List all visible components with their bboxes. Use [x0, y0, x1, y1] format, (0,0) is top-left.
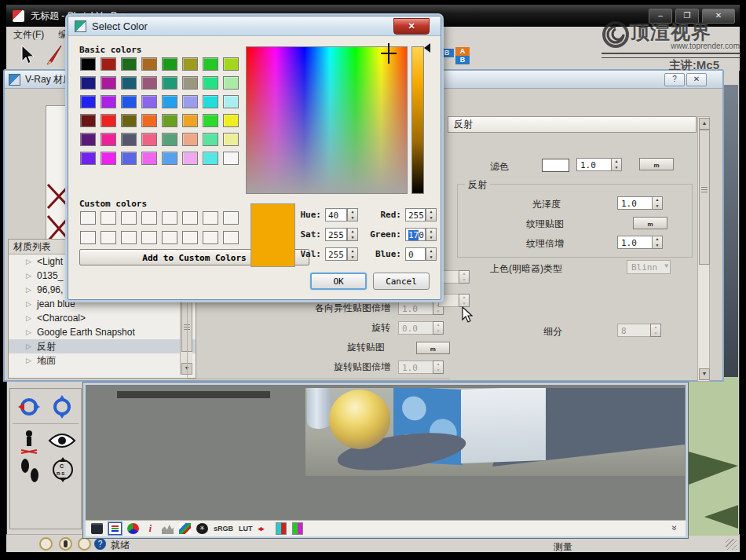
basic-color-swatch[interactable] [182, 114, 198, 127]
basic-color-swatch[interactable] [101, 152, 116, 165]
scroll-down-icon[interactable]: ▼ [699, 368, 710, 380]
custom-color-swatch[interactable] [223, 211, 239, 225]
custom-color-swatch[interactable] [121, 211, 137, 225]
histogram-icon[interactable] [162, 523, 174, 534]
rotate-crs-icon[interactable]: C R·S [49, 456, 76, 483]
position-camera-icon[interactable] [18, 428, 40, 455]
channel-pair-icon[interactable] [292, 522, 303, 535]
basic-color-swatch[interactable] [162, 114, 177, 127]
basic-color-swatch[interactable] [182, 57, 198, 71]
rgb-channels-icon[interactable] [108, 522, 122, 535]
basic-color-swatch[interactable] [141, 114, 157, 127]
person-credit-icon[interactable] [59, 537, 72, 551]
custom-color-swatch[interactable] [80, 231, 96, 244]
basic-color-swatch[interactable] [121, 57, 137, 71]
select-tool-icon[interactable] [17, 44, 38, 66]
expand-arrow-icon[interactable]: ▷ [26, 300, 34, 308]
basic-color-swatch[interactable] [223, 76, 239, 90]
texture-mult-spinner[interactable]: 1.0▲▼ [617, 236, 663, 249]
hue-input[interactable]: 40 [325, 208, 347, 221]
value-slider-arrow-icon[interactable] [424, 43, 430, 53]
basic-color-swatch[interactable] [80, 133, 96, 146]
basic-color-swatch[interactable] [182, 133, 198, 146]
lut-toggle-icon[interactable]: LUT [239, 523, 253, 534]
custom-color-swatch[interactable] [182, 211, 198, 225]
green-input[interactable]: 170 [405, 228, 426, 241]
color-curve-icon[interactable] [179, 523, 191, 534]
basic-color-swatch[interactable] [101, 57, 116, 71]
walk-icon[interactable] [20, 458, 40, 485]
glossiness-spinner[interactable]: 1.0▲▼ [617, 196, 663, 210]
custom-color-swatch[interactable] [182, 231, 198, 244]
geolocation-icon[interactable] [39, 537, 53, 551]
scrollbar-thumb[interactable] [699, 130, 710, 265]
info-icon[interactable]: i [144, 523, 156, 534]
vray-scrollbar[interactable]: ▲ ▼ [697, 116, 710, 382]
basic-color-swatch[interactable] [162, 152, 177, 165]
basic-color-swatch[interactable] [101, 76, 116, 90]
expand-arrow-icon[interactable]: ▷ [26, 286, 34, 294]
expand-arrow-icon[interactable]: ▷ [26, 328, 34, 336]
channel-pair-icon[interactable] [276, 522, 287, 535]
ok-button[interactable]: OK [310, 273, 367, 290]
basic-color-swatch[interactable] [182, 152, 198, 165]
custom-color-swatch[interactable] [121, 231, 137, 244]
basic-color-swatch[interactable] [80, 114, 96, 127]
compare-icon[interactable]: ◂▸ [258, 523, 270, 534]
filter-amount-spinner[interactable]: 1.0▲▼ [576, 158, 622, 171]
line-tool-icon[interactable] [42, 44, 64, 66]
help-compass-icon[interactable]: ? [94, 538, 106, 550]
basic-color-swatch[interactable] [182, 76, 198, 90]
aperture-icon[interactable]: ✳ [196, 523, 208, 534]
filter-map-button[interactable]: m [639, 158, 674, 170]
basic-color-swatch[interactable] [80, 57, 96, 71]
custom-color-swatch[interactable] [203, 211, 218, 225]
basic-color-swatch[interactable] [101, 114, 116, 127]
rgb-sphere-icon[interactable] [127, 523, 139, 534]
custom-color-swatch[interactable] [141, 231, 157, 244]
expand-arrow-icon[interactable]: ▷ [26, 258, 34, 265]
reflection-section-header[interactable]: 反射 [448, 116, 697, 133]
color-crosshair-icon[interactable] [379, 43, 398, 65]
basic-color-swatch[interactable] [223, 133, 239, 146]
texture-map-button[interactable]: m [633, 217, 667, 229]
material-list-item[interactable]: ▷地面 [9, 353, 196, 368]
spin-buttons[interactable]: ▲▼ [426, 247, 437, 261]
basic-color-swatch[interactable] [223, 152, 239, 165]
value-slider[interactable] [411, 46, 424, 194]
material-list-item[interactable]: ▷<Charcoal> [9, 311, 196, 325]
subdivs-spinner[interactable]: 8▲▼ [617, 324, 661, 337]
custom-color-swatch[interactable] [162, 231, 177, 244]
pan-icon[interactable] [49, 395, 75, 419]
cancel-button[interactable]: Cancel [373, 273, 430, 290]
basic-color-swatch[interactable] [203, 133, 218, 146]
expand-arrow-icon[interactable]: ▷ [26, 342, 34, 350]
basic-color-swatch[interactable] [162, 57, 177, 71]
expand-arrow-icon[interactable]: ▷ [26, 272, 34, 280]
orbit-icon[interactable] [16, 395, 42, 419]
basic-color-swatch[interactable] [141, 57, 157, 71]
srgb-toggle-icon[interactable]: sRGB [214, 523, 233, 534]
basic-color-swatch[interactable] [141, 95, 157, 108]
custom-color-swatch[interactable] [162, 211, 177, 225]
basic-color-swatch[interactable] [141, 76, 157, 90]
basic-color-swatch[interactable] [121, 152, 137, 165]
basic-color-swatch[interactable] [141, 152, 157, 165]
custom-color-swatch[interactable] [80, 211, 96, 225]
basic-color-swatch[interactable] [223, 114, 239, 127]
basic-color-swatch[interactable] [203, 152, 218, 165]
look-around-icon[interactable] [48, 431, 76, 450]
hue-sat-gradient-field[interactable] [246, 46, 408, 194]
spin-buttons[interactable]: ▲▼ [426, 208, 437, 221]
more-tools-chevron-icon[interactable]: » [670, 525, 681, 531]
basic-color-swatch[interactable] [162, 76, 177, 90]
spin-buttons[interactable]: ▲▼ [426, 228, 437, 241]
dialog-titlebar[interactable]: Select Color [68, 16, 441, 36]
filter-color-chip[interactable] [542, 159, 569, 172]
basic-color-swatch[interactable] [203, 57, 218, 71]
basic-color-swatch[interactable] [80, 76, 96, 90]
basic-color-swatch[interactable] [80, 95, 96, 108]
basic-color-swatch[interactable] [121, 95, 137, 108]
basic-color-swatch[interactable] [223, 95, 239, 108]
custom-color-swatch[interactable] [101, 211, 116, 225]
